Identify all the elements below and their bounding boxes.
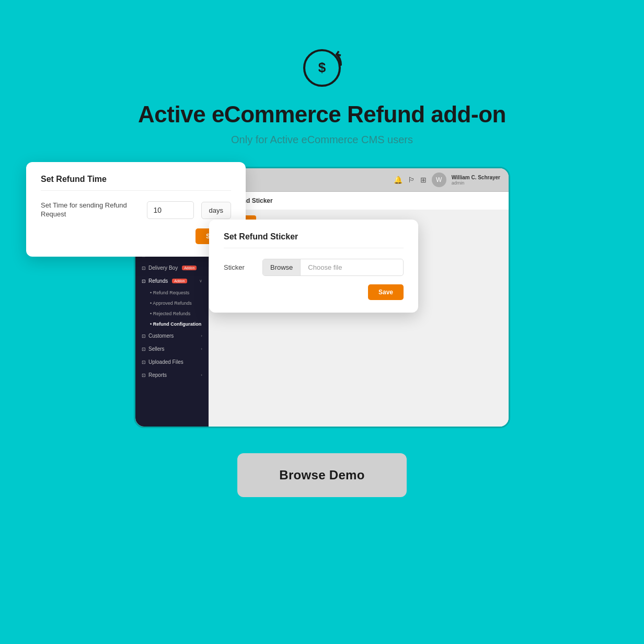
chevron-icon-5: › bbox=[201, 334, 202, 338]
sidebar-label-customers: Customers bbox=[148, 333, 174, 339]
refund-time-form: Set Time for sending Refund Request days bbox=[41, 201, 231, 219]
browse-button[interactable]: Browse bbox=[263, 259, 301, 275]
refund-sticker-form: Sticker Browse Choose file bbox=[224, 259, 404, 276]
user-role: admin bbox=[452, 180, 500, 186]
days-label: days bbox=[201, 202, 231, 219]
sidebar-label-delivery: Delivery Boy bbox=[148, 265, 178, 271]
sidebar-item-files[interactable]: ⊡ Uploaded Files bbox=[135, 355, 209, 369]
customers-icon: ⊡ bbox=[142, 334, 146, 339]
browse-demo-button[interactable]: Browse Demo bbox=[237, 453, 406, 497]
user-name: William C. Schrayer bbox=[452, 175, 500, 180]
sidebar-label-reports: Reports bbox=[148, 372, 167, 378]
sidebar-label-files: Uploaded Files bbox=[148, 359, 183, 365]
choose-file-text: Choose file bbox=[301, 259, 403, 275]
chevron-icon-4: ∨ bbox=[199, 279, 202, 283]
refund-sticker-save-button[interactable]: Save bbox=[368, 284, 404, 300]
bell-icon: 🔔 bbox=[394, 176, 402, 184]
refund-time-save-row: Save bbox=[41, 228, 231, 244]
sidebar-subitem-requests[interactable]: • Refund Requests bbox=[144, 288, 209, 298]
files-icon: ⊡ bbox=[142, 360, 146, 365]
sidebar-item-reports[interactable]: ⊡ Reports › bbox=[135, 369, 209, 382]
sidebar-label-refunds: Refunds bbox=[148, 278, 168, 284]
refund-time-label: Set Time for sending Refund Request bbox=[41, 201, 140, 219]
sidebar-subitem-config[interactable]: • Refund Configuration bbox=[144, 319, 209, 329]
refund-sticker-title: Set Refund Sticker bbox=[224, 232, 404, 248]
refund-time-input[interactable] bbox=[147, 201, 194, 219]
refunds-icon: ⊡ bbox=[142, 279, 146, 284]
refund-sticker-card: Set Refund Sticker Sticker Browse Choose… bbox=[209, 220, 418, 313]
sidebar-item-sellers[interactable]: ⊡ Sellers › bbox=[135, 342, 209, 355]
reports-icon: ⊡ bbox=[142, 373, 146, 378]
avatar: W bbox=[432, 172, 446, 187]
sidebar-subitem-approved[interactable]: • Approved Refunds bbox=[144, 298, 209, 308]
addon-badge-delivery: Addon bbox=[182, 266, 197, 270]
sidebar-item-customers[interactable]: ⊡ Customers › bbox=[135, 329, 209, 342]
sidebar-submenu-refunds: • Refund Requests • Approved Refunds • R… bbox=[135, 288, 209, 329]
chevron-icon-7: › bbox=[201, 373, 202, 377]
grid-icon: ⊞ bbox=[420, 176, 427, 184]
svg-text:$: $ bbox=[318, 60, 326, 75]
page-title: Active eCommerce Refund add-on bbox=[138, 101, 506, 128]
chevron-icon-6: › bbox=[201, 347, 202, 351]
delivery-icon: ⊡ bbox=[142, 266, 146, 271]
page-subtitle: Only for Active eCommerce CMS users bbox=[231, 134, 413, 146]
file-input-area: Browse Choose file bbox=[262, 259, 404, 276]
sticker-label: Sticker bbox=[224, 263, 255, 271]
flag-icon: 🏳 bbox=[408, 176, 415, 184]
sidebar-item-refunds[interactable]: ⊡ Refunds Addon ∨ bbox=[135, 274, 209, 288]
sidebar-label-sellers: Sellers bbox=[148, 346, 165, 352]
refund-sticker-save-row: Save bbox=[224, 284, 404, 300]
content-header: Set Refund Sticker bbox=[209, 192, 509, 210]
user-info: William C. Schrayer admin bbox=[452, 175, 500, 186]
sellers-icon: ⊡ bbox=[142, 347, 146, 352]
refund-time-title: Set Refund Time bbox=[41, 175, 231, 191]
sidebar-subitem-rejected[interactable]: • Rejected Refunds bbox=[144, 308, 209, 319]
sidebar-item-delivery[interactable]: ⊡ Delivery Boy Addon bbox=[135, 261, 209, 274]
addon-badge-refunds: Addon bbox=[172, 279, 187, 283]
refund-icon: $ bbox=[301, 47, 343, 89]
